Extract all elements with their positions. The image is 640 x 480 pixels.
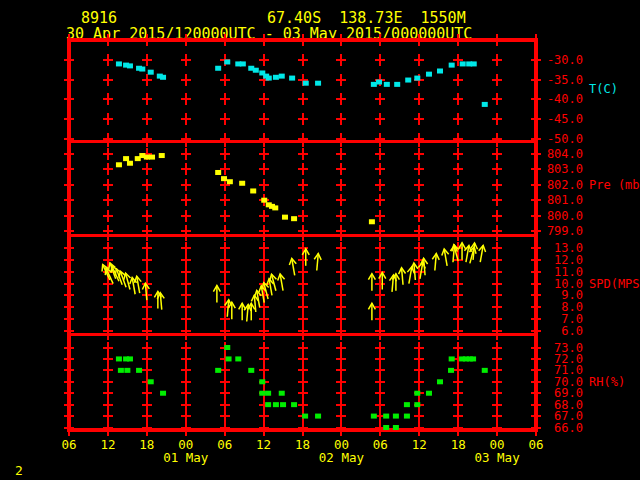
relative_humidity-point — [136, 368, 142, 373]
pressure-point — [369, 219, 375, 224]
y-tick-label: 800.0 — [547, 209, 583, 223]
y-tick-label: 803.0 — [547, 162, 583, 176]
y-tick-label: -40.0 — [547, 92, 583, 106]
wind-arrow-icon — [277, 273, 287, 291]
wind-arrow-icon — [459, 243, 466, 260]
relative_humidity-point — [302, 414, 308, 419]
wind-arrow-icon — [368, 274, 375, 291]
pressure-point — [239, 181, 245, 186]
relative_humidity-point — [437, 379, 443, 384]
wind-arrow-icon — [398, 268, 406, 286]
relative_humidity-point — [448, 368, 454, 373]
relative_humidity-axis-label: RH(%) — [589, 375, 625, 389]
pressure-axis-label: Pre (mb) — [589, 178, 640, 192]
y-tick-label: -35.0 — [547, 73, 583, 87]
relative_humidity-point — [160, 391, 166, 396]
x-tick-label: 18 — [295, 437, 310, 452]
relative_humidity-point — [393, 414, 399, 419]
relative_humidity-point — [265, 402, 271, 407]
temperature-point — [460, 61, 466, 66]
temperature-point — [266, 76, 272, 81]
wind-arrow-icon — [313, 253, 321, 271]
wind-arrow-icon — [213, 286, 220, 303]
y-tick-label: 802.0 — [547, 178, 583, 192]
wind-arrow-icon — [368, 303, 375, 320]
relative_humidity-point — [414, 402, 420, 407]
relative_humidity-point — [215, 368, 221, 373]
relative_humidity-point — [224, 345, 230, 350]
relative_humidity-point — [248, 368, 254, 373]
relative_humidity-point — [404, 414, 410, 419]
page-number: 2 — [15, 464, 23, 478]
relative_humidity-point — [482, 368, 488, 373]
x-tick-label: 18 — [451, 437, 466, 452]
wind-arrow-icon — [239, 303, 246, 320]
temperature-point — [273, 75, 279, 80]
meteogram-screen: 8916 67.40S 138.73E 1550M 30 Apr 2015/12… — [0, 0, 640, 480]
temperature-point — [405, 78, 411, 83]
temperature-point — [116, 61, 122, 66]
x-tick-label: 06 — [61, 437, 76, 452]
pressure-point — [250, 188, 256, 193]
temperature-point — [224, 59, 230, 64]
temperature-point — [253, 68, 259, 73]
relative_humidity-point — [127, 356, 133, 361]
temperature-point — [376, 80, 382, 85]
temperature-point — [279, 74, 285, 79]
wind-arrow-icon — [142, 283, 150, 301]
wind-arrow-icon — [228, 302, 235, 319]
temperature-point — [384, 82, 390, 87]
wind_speed-axis-label: SPD(MPS) — [589, 277, 640, 291]
x-tick-label: 06 — [217, 437, 232, 452]
relative_humidity-point — [259, 379, 265, 384]
pressure-point — [123, 156, 129, 161]
y-axis-labels: -30.0-35.0-40.0-45.0-50.0T(C)804.0803.08… — [547, 53, 640, 435]
pressure-point — [227, 179, 233, 184]
temperature-point — [240, 61, 246, 66]
relative_humidity-point — [404, 402, 410, 407]
y-tick-label: -50.0 — [547, 132, 583, 146]
relative_humidity-point — [371, 414, 377, 419]
pressure-point — [282, 215, 288, 220]
pressure-point — [221, 176, 227, 181]
relative_humidity-point — [259, 391, 265, 396]
meteogram-plot: -30.0-35.0-40.0-45.0-50.0T(C)804.0803.08… — [0, 0, 640, 480]
temperature-point — [127, 63, 133, 68]
relative_humidity-point — [279, 391, 285, 396]
relative_humidity-point — [273, 402, 279, 407]
temperature-point — [426, 72, 432, 77]
x-date-label: 02 May — [319, 450, 365, 465]
y-tick-label: 801.0 — [547, 193, 583, 207]
pressure-point — [149, 155, 155, 160]
x-tick-label: 06 — [373, 437, 388, 452]
x-tick-label: 18 — [139, 437, 154, 452]
wind-arrow-icon — [441, 248, 451, 266]
pressure-point — [116, 162, 122, 167]
x-tick-label: 12 — [256, 437, 271, 452]
relative_humidity-point — [393, 425, 399, 430]
temperature-point — [148, 70, 154, 75]
temperature-point — [289, 76, 295, 81]
wind-arrow-icon — [288, 258, 298, 276]
relative_humidity-point — [148, 379, 154, 384]
temperature-point — [139, 67, 145, 72]
relative_humidity-point — [383, 414, 389, 419]
relative_humidity-point — [291, 402, 297, 407]
temperature-point — [303, 81, 309, 86]
temperature-point — [471, 61, 477, 66]
y-tick-label: -45.0 — [547, 112, 583, 126]
pressure-point — [261, 198, 267, 203]
temperature-point — [371, 82, 377, 87]
y-tick-label: 804.0 — [547, 147, 583, 161]
wind-arrow-icon — [431, 253, 439, 271]
y-tick-label: 799.0 — [547, 224, 583, 238]
relative_humidity-point — [118, 368, 124, 373]
relative_humidity-point — [426, 391, 432, 396]
temperature-point — [215, 66, 221, 71]
relative_humidity-point — [280, 402, 286, 407]
relative_humidity-point — [124, 368, 130, 373]
x-axis-labels: 0612180006121800061218000601 May02 May03… — [61, 437, 543, 465]
relative_humidity-point — [470, 356, 476, 361]
pressure-point — [272, 205, 278, 210]
relative_humidity-point — [265, 391, 271, 396]
